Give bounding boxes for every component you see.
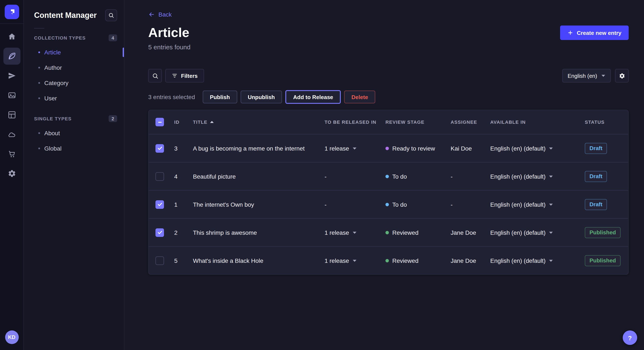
sidebar-item-about[interactable]: About bbox=[24, 126, 124, 141]
layout-icon[interactable] bbox=[3, 106, 20, 123]
bullet-icon bbox=[38, 51, 40, 53]
table-row[interactable]: 4 Beautiful picture - To do - English (e… bbox=[149, 162, 628, 190]
table-row[interactable]: 5 What's inside a Black Hole 1 release R… bbox=[149, 246, 628, 274]
entry-id: 1 bbox=[174, 201, 193, 208]
strapi-logo[interactable] bbox=[4, 4, 19, 19]
collection-types-count-badge: 4 bbox=[108, 34, 117, 41]
locale-cell[interactable]: English (en) (default) bbox=[490, 229, 585, 236]
bullet-icon bbox=[38, 148, 40, 149]
feather-icon[interactable] bbox=[3, 48, 20, 65]
row-checkbox[interactable] bbox=[156, 200, 164, 209]
list-toolbar: Filters English (en) bbox=[148, 69, 629, 82]
table-row[interactable]: 3 A bug is becoming a meme on the intern… bbox=[149, 134, 628, 162]
page-title: Article bbox=[148, 25, 629, 41]
plus-icon bbox=[567, 30, 573, 36]
help-button[interactable]: ? bbox=[623, 331, 637, 345]
locale-cell[interactable]: English (en) (default) bbox=[490, 257, 585, 264]
back-link[interactable]: Back bbox=[148, 11, 172, 18]
release-cell[interactable]: 1 release bbox=[324, 257, 386, 264]
search-icon bbox=[108, 12, 114, 18]
cloud-icon[interactable] bbox=[3, 126, 20, 143]
locale-caret-icon bbox=[549, 175, 553, 177]
bullet-icon bbox=[38, 82, 40, 84]
release-cell: - bbox=[324, 173, 386, 180]
table-row[interactable]: 1 The internet's Own boy - To do - Engli… bbox=[149, 190, 628, 218]
release-cell[interactable]: 1 release bbox=[324, 229, 386, 236]
selection-bar: 3 entries selected Publish Unpublish Add… bbox=[148, 90, 629, 104]
home-icon[interactable] bbox=[3, 28, 20, 45]
sidebar-item-user[interactable]: User bbox=[24, 91, 124, 106]
locale-caret-icon bbox=[549, 147, 553, 150]
release-caret-icon bbox=[352, 147, 356, 150]
entry-id: 5 bbox=[174, 257, 193, 264]
stage-dot bbox=[386, 147, 389, 150]
status-badge: Draft bbox=[585, 143, 607, 154]
main-content: Back Article 5 entries found Create new … bbox=[124, 0, 644, 350]
assignee-cell: - bbox=[451, 201, 490, 208]
indeterminate-dash-icon bbox=[157, 119, 162, 125]
row-checkbox[interactable] bbox=[156, 256, 164, 265]
entry-title: This shrimp is awesome bbox=[193, 229, 324, 236]
sidebar-divider bbox=[34, 28, 44, 28]
locale-select[interactable]: English (en) bbox=[562, 69, 611, 82]
main-nav-rail: KD bbox=[0, 0, 24, 350]
status-badge: Published bbox=[585, 227, 620, 238]
entry-title: A bug is becoming a meme on the internet bbox=[193, 145, 324, 152]
back-arrow-icon bbox=[148, 11, 155, 18]
sidebar-item-author[interactable]: Author bbox=[24, 60, 124, 75]
stage-dot bbox=[386, 175, 389, 178]
table-header-row: ID TITLE TO BE RELEASED IN REVIEW STAGE … bbox=[149, 110, 628, 134]
select-all-checkbox[interactable] bbox=[156, 118, 164, 126]
sidebar-item-label: Article bbox=[44, 49, 61, 56]
release-caret-icon bbox=[352, 259, 356, 262]
gear-icon[interactable] bbox=[3, 165, 20, 182]
locale-cell[interactable]: English (en) (default) bbox=[490, 145, 585, 152]
publish-button[interactable]: Publish bbox=[202, 91, 237, 103]
sidebar-item-article[interactable]: Article bbox=[24, 45, 124, 60]
release-caret-icon bbox=[352, 231, 356, 234]
media-icon[interactable] bbox=[3, 87, 20, 104]
column-header-id: ID bbox=[174, 120, 193, 125]
search-button[interactable] bbox=[148, 69, 162, 82]
view-settings-button[interactable] bbox=[615, 69, 629, 82]
entry-title: The internet's Own boy bbox=[193, 201, 324, 208]
column-header-title[interactable]: TITLE bbox=[193, 120, 324, 125]
row-checkbox[interactable] bbox=[156, 144, 164, 153]
review-stage-cell: Reviewed bbox=[386, 257, 451, 264]
sidebar-item-global[interactable]: Global bbox=[24, 141, 124, 156]
entry-id: 3 bbox=[174, 145, 193, 152]
gear-icon bbox=[619, 72, 625, 79]
filter-icon bbox=[172, 73, 178, 79]
single-types-count-badge: 2 bbox=[108, 115, 117, 122]
row-checkbox[interactable] bbox=[156, 172, 164, 180]
locale-caret-icon bbox=[549, 259, 553, 262]
sidebar-item-category[interactable]: Category bbox=[24, 75, 124, 91]
locale-caret-icon bbox=[549, 231, 553, 234]
filters-button[interactable]: Filters bbox=[165, 69, 204, 82]
stage-dot bbox=[386, 203, 389, 206]
add-to-release-button[interactable]: Add to Release bbox=[285, 90, 341, 104]
check-icon bbox=[157, 146, 162, 151]
cart-icon[interactable] bbox=[3, 146, 20, 163]
paper-plane-icon[interactable] bbox=[3, 67, 20, 84]
sidebar-search-button[interactable] bbox=[105, 9, 117, 21]
unpublish-button[interactable]: Unpublish bbox=[240, 91, 282, 103]
review-stage-cell: Ready to review bbox=[386, 145, 451, 152]
release-cell[interactable]: 1 release bbox=[324, 145, 386, 152]
create-new-entry-button[interactable]: Create new entry bbox=[560, 25, 629, 40]
locale-cell[interactable]: English (en) (default) bbox=[490, 173, 585, 180]
row-checkbox[interactable] bbox=[156, 228, 164, 237]
assignee-cell: - bbox=[451, 173, 490, 180]
entry-id: 2 bbox=[174, 229, 193, 236]
user-avatar[interactable]: KD bbox=[5, 331, 18, 344]
status-badge: Published bbox=[585, 255, 620, 266]
stage-dot bbox=[386, 259, 389, 262]
entry-id: 4 bbox=[174, 173, 193, 180]
sidebar-item-label: About bbox=[44, 130, 60, 137]
release-cell: - bbox=[324, 201, 386, 208]
delete-button[interactable]: Delete bbox=[344, 91, 375, 103]
review-stage-cell: To do bbox=[386, 173, 451, 180]
table-row[interactable]: 2 This shrimp is awesome 1 release Revie… bbox=[149, 218, 628, 246]
locale-cell[interactable]: English (en) (default) bbox=[490, 201, 585, 208]
check-icon bbox=[157, 230, 162, 235]
